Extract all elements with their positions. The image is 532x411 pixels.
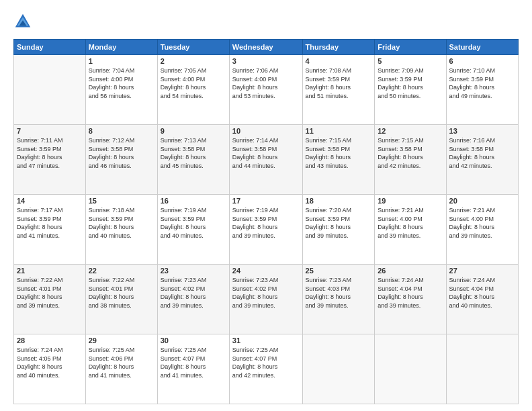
day-info: Sunrise: 7:24 AM Sunset: 4:05 PM Dayligh… xyxy=(17,346,83,379)
day-number: 8 xyxy=(89,127,154,135)
calendar-cell: 18Sunrise: 7:20 AM Sunset: 3:59 PM Dayli… xyxy=(302,195,375,265)
day-info: Sunrise: 7:13 AM Sunset: 3:58 PM Dayligh… xyxy=(161,136,226,170)
day-number: 7 xyxy=(17,127,83,135)
weekday-header-thursday: Thursday xyxy=(302,40,375,55)
day-number: 12 xyxy=(378,127,443,135)
day-info: Sunrise: 7:23 AM Sunset: 4:02 PM Dayligh… xyxy=(232,276,300,310)
calendar-cell: 28Sunrise: 7:24 AM Sunset: 4:05 PM Dayli… xyxy=(14,334,86,404)
day-info: Sunrise: 7:21 AM Sunset: 4:00 PM Dayligh… xyxy=(449,206,515,240)
weekday-header-monday: Monday xyxy=(85,40,157,55)
day-number: 26 xyxy=(378,267,443,275)
day-info: Sunrise: 7:14 AM Sunset: 3:58 PM Dayligh… xyxy=(232,136,300,170)
logo xyxy=(13,12,35,31)
calendar-cell: 30Sunrise: 7:25 AM Sunset: 4:07 PM Dayli… xyxy=(157,334,229,404)
calendar-cell: 13Sunrise: 7:16 AM Sunset: 3:58 PM Dayli… xyxy=(446,125,518,195)
day-number: 30 xyxy=(161,336,226,345)
day-info: Sunrise: 7:05 AM Sunset: 4:00 PM Dayligh… xyxy=(161,66,226,100)
day-number: 17 xyxy=(232,197,300,205)
day-info: Sunrise: 7:23 AM Sunset: 4:03 PM Dayligh… xyxy=(306,276,372,310)
day-info: Sunrise: 7:15 AM Sunset: 3:58 PM Dayligh… xyxy=(378,136,443,170)
calendar-cell: 12Sunrise: 7:15 AM Sunset: 3:58 PM Dayli… xyxy=(375,125,446,195)
day-info: Sunrise: 7:04 AM Sunset: 4:00 PM Dayligh… xyxy=(89,66,154,100)
day-number: 28 xyxy=(17,336,83,345)
calendar-cell xyxy=(375,334,446,404)
weekday-header-saturday: Saturday xyxy=(446,40,518,55)
calendar-week-row: 7Sunrise: 7:11 AM Sunset: 3:59 PM Daylig… xyxy=(14,125,519,195)
day-info: Sunrise: 7:15 AM Sunset: 3:58 PM Dayligh… xyxy=(306,136,372,170)
day-info: Sunrise: 7:24 AM Sunset: 4:04 PM Dayligh… xyxy=(449,276,515,310)
day-info: Sunrise: 7:16 AM Sunset: 3:58 PM Dayligh… xyxy=(449,136,515,170)
calendar-week-row: 28Sunrise: 7:24 AM Sunset: 4:05 PM Dayli… xyxy=(14,334,519,404)
day-info: Sunrise: 7:19 AM Sunset: 3:59 PM Dayligh… xyxy=(161,206,226,240)
day-info: Sunrise: 7:19 AM Sunset: 3:59 PM Dayligh… xyxy=(232,206,300,240)
weekday-header-sunday: Sunday xyxy=(14,40,86,55)
day-info: Sunrise: 7:21 AM Sunset: 4:00 PM Dayligh… xyxy=(378,206,443,240)
calendar-cell: 6Sunrise: 7:10 AM Sunset: 3:59 PM Daylig… xyxy=(446,55,518,125)
day-number: 19 xyxy=(378,197,443,205)
day-info: Sunrise: 7:24 AM Sunset: 4:04 PM Dayligh… xyxy=(378,276,443,310)
calendar-cell: 3Sunrise: 7:06 AM Sunset: 4:00 PM Daylig… xyxy=(229,55,302,125)
calendar-cell: 11Sunrise: 7:15 AM Sunset: 3:58 PM Dayli… xyxy=(302,125,375,195)
day-number: 24 xyxy=(232,267,300,275)
calendar-week-row: 14Sunrise: 7:17 AM Sunset: 3:59 PM Dayli… xyxy=(14,195,519,265)
calendar-cell: 17Sunrise: 7:19 AM Sunset: 3:59 PM Dayli… xyxy=(229,195,302,265)
day-info: Sunrise: 7:09 AM Sunset: 3:59 PM Dayligh… xyxy=(378,66,443,100)
page: SundayMondayTuesdayWednesdayThursdayFrid… xyxy=(0,0,532,411)
day-info: Sunrise: 7:08 AM Sunset: 3:59 PM Dayligh… xyxy=(306,66,372,100)
day-info: Sunrise: 7:22 AM Sunset: 4:01 PM Dayligh… xyxy=(17,276,83,310)
day-number: 4 xyxy=(306,57,372,65)
weekday-header-tuesday: Tuesday xyxy=(157,40,229,55)
logo-icon xyxy=(13,12,32,31)
day-number: 5 xyxy=(378,57,443,65)
day-number: 1 xyxy=(89,57,154,65)
day-number: 23 xyxy=(161,267,226,275)
calendar-cell: 19Sunrise: 7:21 AM Sunset: 4:00 PM Dayli… xyxy=(375,195,446,265)
weekday-header-row: SundayMondayTuesdayWednesdayThursdayFrid… xyxy=(14,40,519,55)
day-number: 20 xyxy=(449,197,515,205)
calendar-cell xyxy=(302,334,375,404)
day-info: Sunrise: 7:10 AM Sunset: 3:59 PM Dayligh… xyxy=(449,66,515,100)
day-number: 27 xyxy=(449,267,515,275)
calendar-cell: 7Sunrise: 7:11 AM Sunset: 3:59 PM Daylig… xyxy=(14,125,86,195)
day-info: Sunrise: 7:20 AM Sunset: 3:59 PM Dayligh… xyxy=(306,206,372,240)
calendar-cell: 31Sunrise: 7:25 AM Sunset: 4:07 PM Dayli… xyxy=(229,334,302,404)
day-number: 29 xyxy=(89,336,154,345)
calendar-cell: 26Sunrise: 7:24 AM Sunset: 4:04 PM Dayli… xyxy=(375,265,446,334)
day-info: Sunrise: 7:22 AM Sunset: 4:01 PM Dayligh… xyxy=(89,276,154,310)
weekday-header-friday: Friday xyxy=(375,40,446,55)
day-info: Sunrise: 7:23 AM Sunset: 4:02 PM Dayligh… xyxy=(161,276,226,310)
calendar-cell xyxy=(14,55,86,125)
day-info: Sunrise: 7:25 AM Sunset: 4:07 PM Dayligh… xyxy=(161,346,226,379)
calendar-cell: 16Sunrise: 7:19 AM Sunset: 3:59 PM Dayli… xyxy=(157,195,229,265)
day-number: 9 xyxy=(161,127,226,135)
calendar-cell: 1Sunrise: 7:04 AM Sunset: 4:00 PM Daylig… xyxy=(85,55,157,125)
calendar-cell xyxy=(446,334,518,404)
day-number: 18 xyxy=(306,197,372,205)
day-info: Sunrise: 7:25 AM Sunset: 4:07 PM Dayligh… xyxy=(232,346,300,379)
calendar-cell: 25Sunrise: 7:23 AM Sunset: 4:03 PM Dayli… xyxy=(302,265,375,334)
calendar-cell: 8Sunrise: 7:12 AM Sunset: 3:58 PM Daylig… xyxy=(85,125,157,195)
calendar-cell: 27Sunrise: 7:24 AM Sunset: 4:04 PM Dayli… xyxy=(446,265,518,334)
calendar-cell: 2Sunrise: 7:05 AM Sunset: 4:00 PM Daylig… xyxy=(157,55,229,125)
day-number: 13 xyxy=(449,127,515,135)
day-info: Sunrise: 7:06 AM Sunset: 4:00 PM Dayligh… xyxy=(232,66,300,100)
calendar-cell: 4Sunrise: 7:08 AM Sunset: 3:59 PM Daylig… xyxy=(302,55,375,125)
day-number: 2 xyxy=(161,57,226,65)
calendar-cell: 29Sunrise: 7:25 AM Sunset: 4:06 PM Dayli… xyxy=(85,334,157,404)
calendar-cell: 10Sunrise: 7:14 AM Sunset: 3:58 PM Dayli… xyxy=(229,125,302,195)
day-number: 31 xyxy=(232,336,300,345)
day-number: 22 xyxy=(89,267,154,275)
day-info: Sunrise: 7:25 AM Sunset: 4:06 PM Dayligh… xyxy=(89,346,154,379)
calendar-cell: 5Sunrise: 7:09 AM Sunset: 3:59 PM Daylig… xyxy=(375,55,446,125)
day-number: 3 xyxy=(232,57,300,65)
calendar-cell: 24Sunrise: 7:23 AM Sunset: 4:02 PM Dayli… xyxy=(229,265,302,334)
header xyxy=(13,12,519,31)
calendar-cell: 9Sunrise: 7:13 AM Sunset: 3:58 PM Daylig… xyxy=(157,125,229,195)
day-number: 11 xyxy=(306,127,372,135)
day-number: 21 xyxy=(17,267,83,275)
day-info: Sunrise: 7:18 AM Sunset: 3:59 PM Dayligh… xyxy=(89,206,154,240)
day-number: 16 xyxy=(161,197,226,205)
day-info: Sunrise: 7:12 AM Sunset: 3:58 PM Dayligh… xyxy=(89,136,154,170)
calendar-week-row: 1Sunrise: 7:04 AM Sunset: 4:00 PM Daylig… xyxy=(14,55,519,125)
calendar-cell: 21Sunrise: 7:22 AM Sunset: 4:01 PM Dayli… xyxy=(14,265,86,334)
